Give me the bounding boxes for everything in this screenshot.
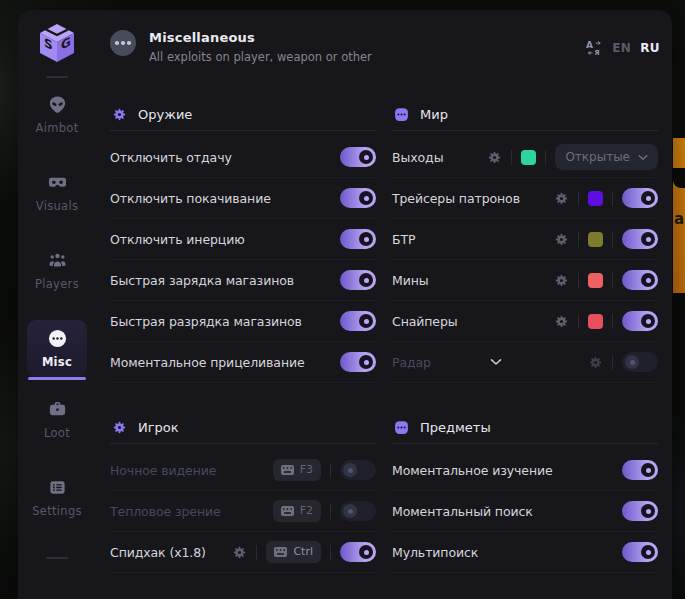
lang-ru-button[interactable]: RU (640, 41, 660, 55)
toggle-switch[interactable] (622, 270, 658, 290)
sidebar-item-misc[interactable]: Misc (27, 320, 87, 377)
content-columns: Оружие Отключить отдачуОтключить покачив… (110, 100, 660, 573)
sidebar-item-settings[interactable]: Settings (27, 469, 87, 526)
feature-label: Быстрая зарядка магазинов (110, 273, 294, 288)
sidebar-item-label: Aimbot (36, 121, 79, 135)
row-controls: Ctrl (232, 541, 376, 563)
toggle-switch[interactable] (622, 542, 658, 562)
vr-goggles-icon (48, 173, 67, 192)
gear-icon[interactable] (554, 273, 569, 288)
keyboard-icon (281, 506, 294, 516)
gear-icon[interactable] (554, 191, 569, 206)
sidebar-item-visuals[interactable]: Visuals (27, 164, 87, 221)
keybind-label: Ctrl (293, 545, 313, 558)
toggle-switch[interactable] (340, 501, 376, 521)
gear-icon[interactable] (554, 232, 569, 247)
color-swatch[interactable] (588, 191, 603, 206)
row-controls (622, 460, 658, 480)
dots-circle-icon (48, 329, 67, 348)
toggle-switch[interactable] (340, 270, 376, 290)
feature-row: Отключить инерцию (110, 219, 376, 260)
feature-row: Радар (392, 342, 658, 383)
svg-text:я: я (595, 47, 600, 57)
feature-row: Моментальный поиск (392, 491, 658, 532)
section-title: Мир (420, 107, 448, 122)
feature-row: Ночное видениеF3 (110, 450, 376, 491)
control-divider (330, 463, 331, 478)
main-content: Miscellaneous All exploits on player, we… (96, 10, 672, 599)
toggle-switch[interactable] (622, 501, 658, 521)
sidebar-item-aimbot[interactable]: Aimbot (27, 86, 87, 143)
section-weapon: Оружие Отключить отдачуОтключить покачив… (110, 100, 376, 383)
exits-dropdown[interactable]: Открытые (555, 144, 658, 170)
feature-label: Снайперы (392, 314, 458, 329)
page-header: Miscellaneous All exploits on player, we… (110, 30, 660, 64)
sidebar: S G AimbotVisualsPlayersMiscLootSettings (18, 10, 96, 599)
feature-label: Спидхак (x1.8) (110, 545, 206, 560)
cheat-menu-window: S G AimbotVisualsPlayersMiscLootSettings… (18, 10, 672, 599)
toggle-switch[interactable] (340, 229, 376, 249)
color-swatch[interactable] (588, 273, 603, 288)
feature-label: Моментальное изучение (392, 463, 553, 478)
dots-square-icon (394, 420, 409, 435)
feature-rows: Ночное видениеF3Тепловое зрениеF2Спидхак… (110, 444, 376, 573)
toggle-switch[interactable] (340, 542, 376, 562)
gear-icon (112, 107, 127, 122)
control-divider (578, 314, 579, 329)
alien-icon (48, 95, 67, 114)
sidebar-nav: AimbotVisualsPlayersMiscLootSettings (18, 86, 96, 547)
expand-chevron-icon[interactable] (431, 358, 588, 366)
section-header: Игрок (110, 413, 376, 443)
section-title: Игрок (138, 420, 179, 435)
feature-label: Моментальное прицеливание (110, 355, 305, 370)
toggle-switch[interactable] (340, 352, 376, 372)
sidebar-item-label: Players (35, 277, 79, 291)
gear-icon[interactable] (554, 314, 569, 329)
dots-square-icon (394, 107, 409, 122)
control-divider (578, 191, 579, 206)
sidebar-divider (46, 76, 68, 78)
banner-dark-mark (673, 168, 685, 188)
toggle-switch[interactable] (622, 311, 658, 331)
keyboard-icon (281, 465, 294, 475)
sidebar-divider (46, 557, 68, 559)
toggle-switch[interactable] (622, 229, 658, 249)
list-icon (48, 478, 67, 497)
keybind-badge[interactable]: F2 (273, 500, 321, 522)
feature-row: Трейсеры патронов (392, 178, 658, 219)
feature-row: Быстрая зарядка магазинов (110, 260, 376, 301)
control-divider (578, 232, 579, 247)
toggle-switch[interactable] (340, 188, 376, 208)
feature-row: Мультипоиск (392, 532, 658, 573)
row-controls (340, 270, 376, 290)
feature-row: ВыходыОткрытые (392, 137, 658, 178)
gear-icon[interactable] (232, 545, 247, 560)
keybind-badge[interactable]: F3 (273, 459, 321, 481)
toggle-switch[interactable] (622, 188, 658, 208)
gear-icon[interactable] (487, 150, 502, 165)
gear-icon (112, 420, 127, 435)
misc-page-icon (110, 30, 136, 56)
color-swatch[interactable] (588, 314, 603, 329)
lang-en-button[interactable]: EN (612, 41, 631, 55)
toggle-switch[interactable] (622, 352, 658, 372)
control-divider (545, 150, 546, 165)
sidebar-item-loot[interactable]: Loot (27, 391, 87, 448)
toggle-switch[interactable] (340, 460, 376, 480)
feature-row: Спидхак (x1.8)Ctrl (110, 532, 376, 573)
toggle-switch[interactable] (622, 460, 658, 480)
section-header: Предметы (392, 413, 658, 443)
control-divider (256, 545, 257, 560)
keybind-badge[interactable]: Ctrl (266, 541, 321, 563)
toggle-switch[interactable] (340, 311, 376, 331)
sidebar-item-label: Misc (42, 355, 72, 369)
sidebar-item-players[interactable]: Players (27, 242, 87, 299)
feature-label: Трейсеры патронов (392, 191, 520, 206)
group-icon (48, 251, 67, 270)
feature-rows: Отключить отдачуОтключить покачиваниеОтк… (110, 131, 376, 383)
color-swatch[interactable] (588, 232, 603, 247)
toggle-switch[interactable] (340, 147, 376, 167)
color-swatch[interactable] (521, 150, 536, 165)
banner-letter: a (674, 210, 684, 228)
gear-icon[interactable] (588, 355, 603, 370)
